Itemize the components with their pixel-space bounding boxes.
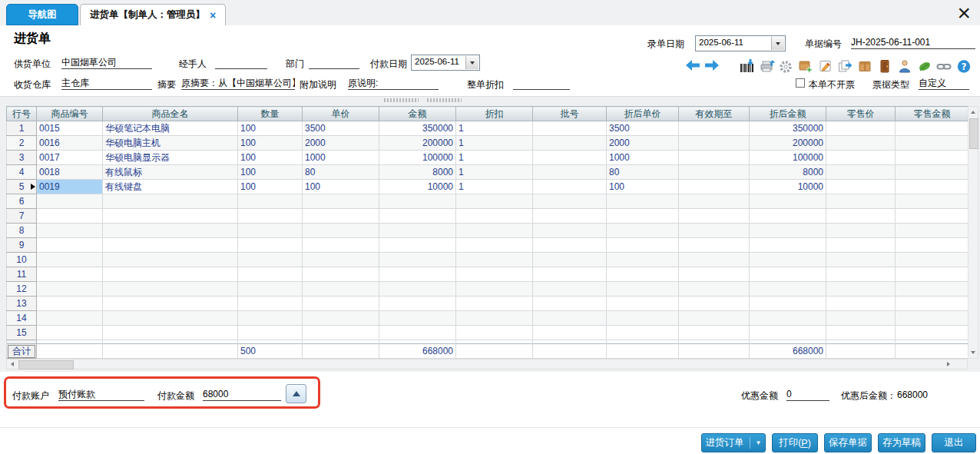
cell-qty[interactable] [238, 209, 303, 224]
row-number[interactable]: 5 [7, 180, 37, 194]
cell-batch[interactable] [533, 180, 607, 194]
cell-amount[interactable]: 350000 [379, 121, 456, 136]
cell-qty[interactable]: 100 [238, 180, 303, 194]
cell-retail_amount[interactable] [896, 224, 969, 238]
col-header-retail_price[interactable]: 零售价 [826, 107, 896, 121]
scroll-up-icon[interactable] [968, 108, 978, 117]
cell-qty[interactable] [238, 224, 303, 238]
cell-discount[interactable]: 1 [456, 121, 533, 136]
summary-field[interactable]: 原摘要：从【中国烟草公司】订货 [181, 77, 295, 90]
cell-name[interactable] [103, 238, 238, 253]
barcode-import-icon[interactable] [740, 58, 755, 74]
col-header-discount[interactable]: 折扣 [456, 107, 533, 121]
door-icon[interactable] [877, 58, 892, 74]
cell-retail_amount[interactable] [896, 311, 969, 326]
purchase-order-button[interactable]: 进货订单 ▼ [701, 433, 766, 452]
cell-name[interactable] [103, 311, 238, 326]
cell-name[interactable] [103, 282, 238, 297]
cell-retail_amount[interactable] [896, 151, 969, 165]
cell-price[interactable] [303, 253, 379, 267]
pay-date-combobox[interactable]: 2025-06-11 [411, 55, 480, 71]
cell-discount[interactable] [456, 267, 533, 282]
cell-code[interactable] [37, 326, 103, 340]
cell-batch[interactable] [533, 151, 607, 165]
gear-icon[interactable] [778, 58, 793, 74]
record-date-combobox[interactable]: 2025-06-11 [695, 35, 786, 51]
help-icon[interactable]: ? [956, 58, 972, 74]
cell-expiry[interactable] [679, 180, 750, 194]
tab-purchase-order[interactable]: 进货单【制单人：管理员】 × [80, 4, 226, 25]
cell-retail_price[interactable] [826, 267, 896, 282]
cell-disc_price[interactable] [607, 209, 679, 224]
no-invoice-checkbox[interactable] [796, 78, 805, 88]
cell-batch[interactable] [533, 297, 607, 311]
cell-expiry[interactable] [679, 151, 750, 165]
cell-amount[interactable] [379, 267, 456, 282]
cell-retail_price[interactable] [826, 224, 896, 238]
cell-discount[interactable]: 1 [456, 165, 533, 180]
cell-expiry[interactable] [679, 326, 750, 340]
row-number[interactable]: 12 [7, 282, 37, 297]
col-header-amount[interactable]: 金额 [379, 107, 456, 121]
printer-export-icon[interactable] [760, 58, 775, 74]
row-number[interactable]: 4 [7, 165, 37, 180]
cell-batch[interactable] [533, 326, 607, 340]
handler-field[interactable] [215, 56, 267, 69]
cell-retail_price[interactable] [826, 326, 896, 340]
cell-qty[interactable]: 100 [238, 151, 303, 165]
cell-discount[interactable] [456, 224, 533, 238]
cell-retail_price[interactable] [826, 165, 896, 180]
cell-disc_amount[interactable]: 10000 [750, 180, 826, 194]
cell-discount[interactable] [456, 297, 533, 311]
cell-retail_amount[interactable] [896, 180, 969, 194]
cell-batch[interactable] [533, 267, 607, 282]
cell-code[interactable] [37, 297, 103, 311]
row-number[interactable]: 1 [7, 121, 37, 136]
cell-disc_price[interactable] [607, 267, 679, 282]
col-header-price[interactable]: 单价 [303, 107, 379, 121]
cell-disc_amount[interactable]: 8000 [750, 165, 826, 180]
cell-retail_price[interactable] [826, 136, 896, 151]
row-number[interactable]: 14 [7, 311, 37, 326]
pay-amount-field[interactable]: 68000 [203, 388, 281, 401]
cell-name[interactable] [103, 297, 238, 311]
cell-price[interactable]: 2000 [303, 136, 379, 151]
cell-retail_amount[interactable] [896, 136, 969, 151]
cell-disc_amount[interactable] [750, 253, 826, 267]
warehouse-field[interactable]: 主仓库 [61, 77, 152, 90]
supplier-field[interactable]: 中国烟草公司 [61, 56, 152, 69]
cell-name[interactable]: 华硕笔记本电脑 [103, 121, 238, 136]
cell-name[interactable]: 华硕电脑主机 [103, 136, 238, 151]
cell-price[interactable]: 3500 [303, 121, 379, 136]
print-button[interactable]: 打印(P) [772, 433, 818, 452]
cell-disc_amount[interactable] [750, 267, 826, 282]
cell-qty[interactable]: 100 [238, 136, 303, 151]
cell-price[interactable] [303, 297, 379, 311]
cell-disc_price[interactable] [607, 297, 679, 311]
cell-discount[interactable] [456, 194, 533, 209]
next-arrow-icon[interactable] [705, 60, 719, 73]
cell-code[interactable] [37, 209, 103, 224]
cell-price[interactable]: 80 [303, 165, 379, 180]
cell-disc_price[interactable]: 2000 [607, 136, 679, 151]
cell-price[interactable] [303, 267, 379, 282]
horizontal-scroll-thumb[interactable] [18, 360, 74, 369]
cell-disc_amount[interactable] [750, 326, 826, 340]
cell-name[interactable] [103, 224, 238, 238]
cell-discount[interactable] [456, 253, 533, 267]
cell-amount[interactable] [379, 253, 456, 267]
collapse-up-button[interactable] [286, 384, 306, 403]
cell-code[interactable] [37, 311, 103, 326]
cell-retail_price[interactable] [826, 311, 896, 326]
row-number[interactable]: 3 [7, 151, 37, 165]
cell-code[interactable]: 0018 [37, 165, 103, 180]
row-number[interactable]: 15 [7, 326, 37, 340]
cell-price[interactable]: 1000 [303, 151, 379, 165]
cell-price[interactable] [303, 326, 379, 340]
cell-expiry[interactable] [679, 311, 750, 326]
cell-batch[interactable] [533, 136, 607, 151]
cell-retail_price[interactable] [826, 238, 896, 253]
cell-price[interactable] [303, 224, 379, 238]
scroll-left-icon[interactable] [8, 360, 17, 369]
cell-disc_price[interactable] [607, 238, 679, 253]
